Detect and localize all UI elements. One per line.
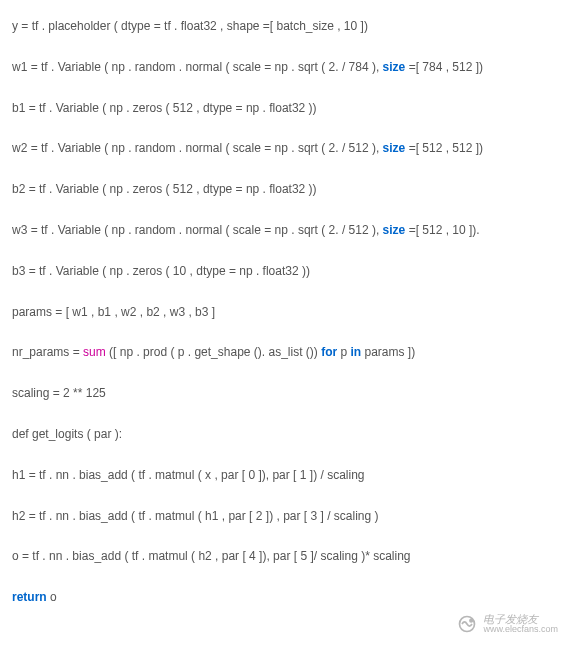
code-text: params ]) [361,345,415,359]
code-line-7: b3 = tf . Variable ( np . zeros ( 10 , d… [12,263,558,280]
code-text: nr_params = [12,345,83,359]
code-text: scaling = 2 ** 125 [12,386,106,400]
watermark-url: www.elecfans.com [483,625,558,635]
code-text: w3 = tf . Variable ( np . random . norma… [12,223,383,237]
keyword-in: in [350,345,361,359]
code-line-6: w3 = tf . Variable ( np . random . norma… [12,222,558,239]
code-line-8: params = [ w1 , b1 , w2 , b2 , w3 , b3 ] [12,304,558,321]
code-text: o [47,590,57,604]
code-line-1: y = tf . placeholder ( dtype = tf . floa… [12,18,558,35]
code-text: b1 = tf . Variable ( np . zeros ( 512 , … [12,101,317,115]
code-text: h1 = tf . nn . bias_add ( tf . matmul ( … [12,468,364,482]
code-text: =[ 784 , 512 ]) [405,60,483,74]
code-text: def get_logits ( par ): [12,427,122,441]
code-text: params = [ w1 , b1 , w2 , b2 , w3 , b3 ] [12,305,215,319]
code-text: ([ np . prod ( p . get_shape (). as_list… [106,345,321,359]
code-text: h2 = tf . nn . bias_add ( tf . matmul ( … [12,509,379,523]
code-line-9: nr_params = sum ([ np . prod ( p . get_s… [12,344,558,361]
keyword-sum: sum [83,345,106,359]
code-line-14: o = tf . nn . bias_add ( tf . matmul ( h… [12,548,558,565]
code-line-11: def get_logits ( par ): [12,426,558,443]
svg-point-1 [470,619,473,622]
keyword-return: return [12,590,47,604]
code-text: w1 = tf . Variable ( np . random . norma… [12,60,383,74]
code-line-13: h2 = tf . nn . bias_add ( tf . matmul ( … [12,508,558,525]
code-text: =[ 512 , 512 ]) [405,141,483,155]
code-line-12: h1 = tf . nn . bias_add ( tf . matmul ( … [12,467,558,484]
code-line-3: b1 = tf . Variable ( np . zeros ( 512 , … [12,100,558,117]
code-text: p [337,345,350,359]
code-text: o = tf . nn . bias_add ( tf . matmul ( h… [12,549,411,563]
code-line-10: scaling = 2 ** 125 [12,385,558,402]
code-text: =[ 512 , 10 ]). [405,223,479,237]
code-line-5: b2 = tf . Variable ( np . zeros ( 512 , … [12,181,558,198]
watermark-logo-icon [457,614,477,634]
keyword-size: size [383,223,406,237]
keyword-size: size [383,60,406,74]
code-line-4: w2 = tf . Variable ( np . random . norma… [12,140,558,157]
code-line-15: return o [12,589,558,606]
code-text: b2 = tf . Variable ( np . zeros ( 512 , … [12,182,317,196]
keyword-size: size [383,141,406,155]
watermark-text: 电子发烧友 www.elecfans.com [483,613,558,635]
watermark: 电子发烧友 www.elecfans.com [457,613,558,635]
keyword-for: for [321,345,337,359]
code-text: b3 = tf . Variable ( np . zeros ( 10 , d… [12,264,310,278]
code-text: y = tf . placeholder ( dtype = tf . floa… [12,19,368,33]
code-text: w2 = tf . Variable ( np . random . norma… [12,141,383,155]
code-line-2: w1 = tf . Variable ( np . random . norma… [12,59,558,76]
